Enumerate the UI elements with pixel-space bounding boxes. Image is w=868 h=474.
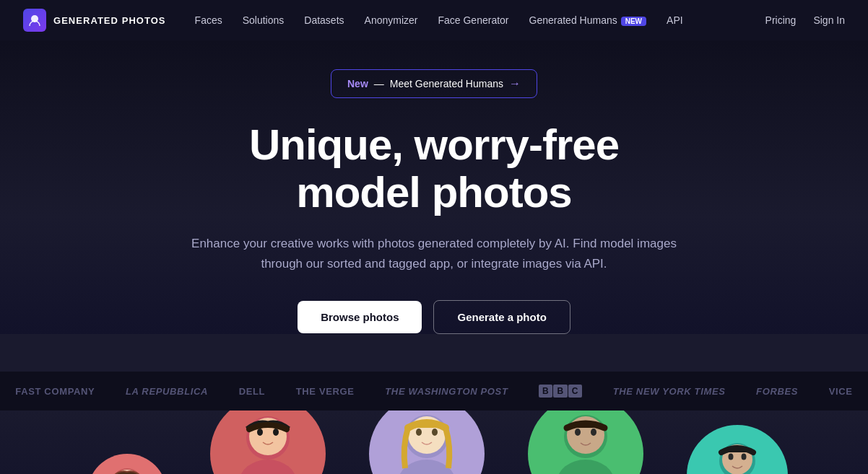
avatars-strip bbox=[0, 411, 868, 474]
nav-pricing[interactable]: Pricing bbox=[765, 14, 797, 26]
svg-point-10 bbox=[273, 429, 279, 436]
nav-right: Pricing Sign In bbox=[765, 14, 845, 26]
avatar-left-partial bbox=[87, 454, 167, 474]
nav-links: Faces Solutions Datasets Anonymizer Face… bbox=[195, 14, 765, 26]
svg-point-9 bbox=[257, 429, 263, 436]
svg-point-19 bbox=[575, 429, 581, 436]
svg-point-24 bbox=[729, 454, 734, 460]
nav-anonymizer[interactable]: Anonymizer bbox=[365, 14, 418, 26]
logo-washpost: The Washington Post bbox=[385, 386, 508, 397]
nav-signin[interactable]: Sign In bbox=[813, 14, 845, 26]
banner-arrow: → bbox=[509, 77, 521, 90]
logo-theverge: THE VERGE bbox=[296, 386, 355, 397]
svg-point-7 bbox=[239, 460, 297, 474]
hero-title: Unique, worry-free model photos bbox=[109, 121, 759, 216]
avatar-2 bbox=[369, 411, 485, 474]
logo-nyt: The New York Times bbox=[613, 386, 726, 397]
browse-photos-button[interactable]: Browse photos bbox=[298, 301, 422, 333]
avatar-1 bbox=[210, 411, 326, 474]
svg-point-14 bbox=[416, 429, 422, 436]
avatar-3 bbox=[528, 411, 643, 474]
banner-text: Meet Generated Humans bbox=[390, 78, 503, 89]
hero-subtitle: Enhance your creative works with photos … bbox=[188, 234, 680, 274]
banner-dash: — bbox=[374, 78, 384, 89]
new-banner[interactable]: New — Meet Generated Humans → bbox=[331, 69, 537, 98]
logo-fastcompany: FAST COMPANY bbox=[15, 386, 95, 397]
new-badge: New bbox=[621, 17, 646, 26]
svg-point-15 bbox=[432, 429, 438, 436]
nav-faces[interactable]: Faces bbox=[195, 14, 222, 26]
logos-bar: FAST COMPANY la Repubblica DELL THE VERG… bbox=[0, 372, 868, 411]
nav-face-generator[interactable]: Face Generator bbox=[438, 14, 508, 26]
nav-generated-humans[interactable]: Generated HumansNew bbox=[529, 14, 647, 26]
hero-section: New — Meet Generated Humans → Unique, wo… bbox=[0, 40, 868, 334]
hero-buttons: Browse photos Generate a photo bbox=[14, 300, 854, 334]
nav-api[interactable]: API bbox=[667, 14, 683, 26]
logo-dell: DELL bbox=[239, 386, 266, 397]
svg-point-25 bbox=[742, 454, 747, 460]
logo-text: GENERATED PHOTOS bbox=[53, 15, 166, 26]
navbar: GENERATED PHOTOS Faces Solutions Dataset… bbox=[0, 0, 868, 40]
logo-forbes: Forbes bbox=[756, 386, 798, 397]
logo-larepubblica: la Repubblica bbox=[126, 386, 208, 397]
logo-icon bbox=[23, 9, 46, 32]
generate-photo-button[interactable]: Generate a photo bbox=[433, 300, 570, 334]
svg-point-17 bbox=[557, 460, 615, 474]
svg-point-20 bbox=[591, 429, 596, 436]
logo-link[interactable]: GENERATED PHOTOS bbox=[23, 9, 166, 32]
logo-vice: VICE bbox=[829, 386, 853, 397]
banner-new-tag: New bbox=[347, 78, 368, 89]
logo-bbc: BBC bbox=[539, 385, 582, 398]
avatar-right-partial bbox=[687, 425, 788, 474]
nav-solutions[interactable]: Solutions bbox=[243, 14, 285, 26]
nav-datasets[interactable]: Datasets bbox=[304, 14, 344, 26]
